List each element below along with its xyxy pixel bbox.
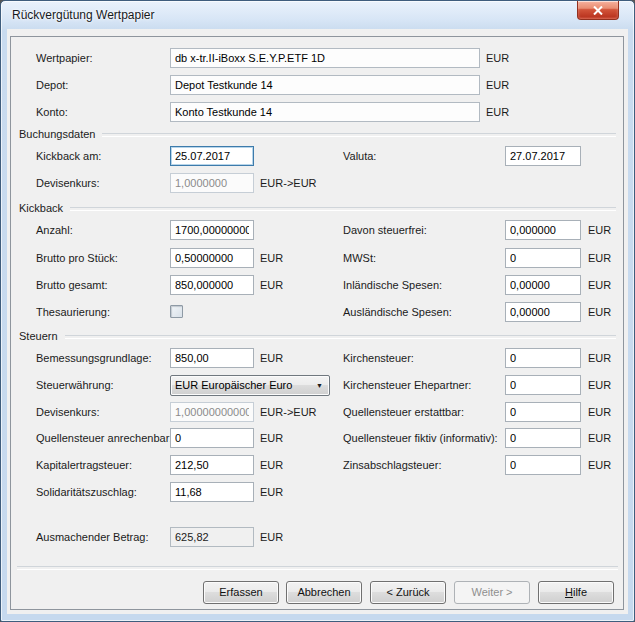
valuta-input[interactable] bbox=[505, 146, 581, 166]
quellensteuer-anrechenbar-currency: EUR bbox=[260, 428, 283, 448]
group-kickback: Kickback bbox=[19, 201, 616, 215]
zurueck-button[interactable]: < Zurück bbox=[370, 581, 446, 604]
depot-currency: EUR bbox=[486, 75, 509, 95]
inlaendische-spesen-input[interactable] bbox=[505, 275, 581, 295]
kirchensteuer-ehepartner-label: Kirchensteuer Ehepartner: bbox=[343, 375, 471, 395]
erfassen-button[interactable]: Erfassen bbox=[203, 581, 279, 604]
group-line bbox=[65, 335, 616, 339]
auslaendische-spesen-input[interactable] bbox=[505, 302, 581, 322]
steuerwaehrung-select[interactable]: EUR Europäischer Euro ▼ bbox=[170, 375, 330, 396]
group-steuern-label: Steuern bbox=[19, 329, 58, 343]
solidaritaetszuschlag-currency: EUR bbox=[260, 482, 283, 502]
quellensteuer-erstattbar-currency: EUR bbox=[588, 402, 611, 422]
group-kickback-label: Kickback bbox=[19, 201, 63, 215]
depot-label: Depot: bbox=[36, 75, 68, 95]
ausmachender-betrag-currency: EUR bbox=[260, 527, 283, 547]
steuern-devisenkurs-input bbox=[170, 402, 254, 422]
anzahl-input[interactable] bbox=[170, 220, 254, 240]
kapitalertragsteuer-currency: EUR bbox=[260, 455, 283, 475]
group-buchungsdaten-label: Buchungsdaten bbox=[19, 127, 95, 141]
wertpapier-field[interactable] bbox=[170, 48, 480, 68]
zinsabschlagsteuer-input[interactable] bbox=[505, 455, 581, 475]
quellensteuer-fiktiv-currency: EUR bbox=[588, 428, 611, 448]
thesaurierung-label: Thesaurierung: bbox=[36, 302, 110, 322]
davon-steuerfrei-label: Davon steuerfrei: bbox=[343, 220, 427, 240]
group-buchungsdaten: Buchungsdaten bbox=[19, 127, 616, 141]
zinsabschlagsteuer-label: Zinsabschlagsteuer: bbox=[343, 455, 441, 475]
davon-steuerfrei-input[interactable] bbox=[505, 220, 581, 240]
abbrechen-button[interactable]: Abbrechen bbox=[286, 581, 362, 604]
devisenkurs-label: Devisenkurs: bbox=[36, 173, 100, 193]
valuta-label: Valuta: bbox=[343, 146, 376, 166]
close-button[interactable] bbox=[577, 1, 619, 20]
konto-currency: EUR bbox=[486, 102, 509, 122]
quellensteuer-anrechenbar-label: Quellensteuer anrechenbar: bbox=[36, 428, 172, 448]
kapitalertragsteuer-label: Kapitalertragsteuer: bbox=[36, 455, 132, 475]
steuerwaehrung-selected-value: EUR Europäischer Euro bbox=[175, 379, 292, 391]
brutto-gesamt-input[interactable] bbox=[170, 275, 254, 295]
auslaendische-spesen-label: Ausländische Spesen: bbox=[343, 302, 452, 322]
mwst-input[interactable] bbox=[505, 248, 581, 268]
quellensteuer-fiktiv-input[interactable] bbox=[505, 428, 581, 448]
mwst-currency: EUR bbox=[588, 248, 611, 268]
brutto-gesamt-label: Brutto gesamt: bbox=[36, 275, 108, 295]
brutto-pro-stueck-label: Brutto pro Stück: bbox=[36, 248, 118, 268]
kapitalertragsteuer-input[interactable] bbox=[170, 455, 254, 475]
group-steuern: Steuern bbox=[19, 329, 616, 343]
hilfe-button[interactable]: Hilfe bbox=[538, 581, 614, 604]
bemessungsgrundlage-label: Bemessungsgrundlage: bbox=[36, 348, 152, 368]
window-title: Rückvergütung Wertpapier bbox=[12, 1, 155, 29]
dialog-rueckverguetung-wertpapier: Rückvergütung Wertpapier Wertpapier: EUR… bbox=[0, 0, 635, 622]
kickback-am-input[interactable] bbox=[170, 146, 254, 166]
wertpapier-currency: EUR bbox=[486, 48, 509, 68]
mwst-label: MWSt: bbox=[343, 248, 376, 268]
kirchensteuer-ehepartner-currency: EUR bbox=[588, 375, 611, 395]
ausmachender-betrag-label: Ausmachender Betrag: bbox=[36, 527, 149, 547]
steuern-devisenkurs-suffix: EUR->EUR bbox=[260, 402, 317, 422]
konto-field[interactable] bbox=[170, 102, 480, 122]
solidaritaetszuschlag-label: Solidaritätszuschlag: bbox=[36, 482, 137, 502]
quellensteuer-fiktiv-label: Quellensteuer fiktiv (informativ): bbox=[343, 428, 498, 448]
steuern-devisenkurs-label: Devisenkurs: bbox=[36, 402, 100, 422]
brutto-pro-stueck-input[interactable] bbox=[170, 248, 254, 268]
zinsabschlagsteuer-currency: EUR bbox=[588, 455, 611, 475]
quellensteuer-erstattbar-label: Quellensteuer erstattbar: bbox=[343, 402, 464, 422]
depot-field[interactable] bbox=[170, 75, 480, 95]
inlaendische-spesen-label: Inländische Spesen: bbox=[343, 275, 442, 295]
bemessungsgrundlage-input[interactable] bbox=[170, 348, 254, 368]
davon-steuerfrei-currency: EUR bbox=[588, 220, 611, 240]
devisenkurs-input bbox=[170, 173, 254, 193]
kirchensteuer-label: Kirchensteuer: bbox=[343, 348, 414, 368]
group-line bbox=[102, 133, 616, 137]
button-separator bbox=[17, 566, 618, 570]
ausmachender-betrag-field bbox=[170, 527, 254, 547]
inlaendische-spesen-currency: EUR bbox=[588, 275, 611, 295]
steuerwaehrung-label: Steuerwährung: bbox=[36, 375, 114, 395]
kirchensteuer-input[interactable] bbox=[505, 348, 581, 368]
thesaurierung-checkbox[interactable] bbox=[170, 305, 183, 318]
chevron-down-icon: ▼ bbox=[316, 376, 323, 395]
devisenkurs-suffix: EUR->EUR bbox=[260, 173, 317, 193]
brutto-gesamt-currency: EUR bbox=[260, 275, 283, 295]
solidaritaetszuschlag-input[interactable] bbox=[170, 482, 254, 502]
content-panel bbox=[10, 36, 624, 610]
brutto-pro-stueck-currency: EUR bbox=[260, 248, 283, 268]
anzahl-label: Anzahl: bbox=[36, 220, 73, 240]
auslaendische-spesen-currency: EUR bbox=[588, 302, 611, 322]
close-icon bbox=[593, 6, 603, 15]
wertpapier-label: Wertpapier: bbox=[36, 48, 93, 68]
quellensteuer-erstattbar-input[interactable] bbox=[505, 402, 581, 422]
konto-label: Konto: bbox=[36, 102, 68, 122]
title-bar[interactable]: Rückvergütung Wertpapier bbox=[1, 1, 634, 29]
kirchensteuer-ehepartner-input[interactable] bbox=[505, 375, 581, 395]
bemessungsgrundlage-currency: EUR bbox=[260, 348, 283, 368]
weiter-button: Weiter > bbox=[454, 581, 530, 604]
kickback-am-label: Kickback am: bbox=[36, 146, 101, 166]
quellensteuer-anrechenbar-input[interactable] bbox=[170, 428, 254, 448]
group-line bbox=[70, 207, 616, 211]
kirchensteuer-currency: EUR bbox=[588, 348, 611, 368]
